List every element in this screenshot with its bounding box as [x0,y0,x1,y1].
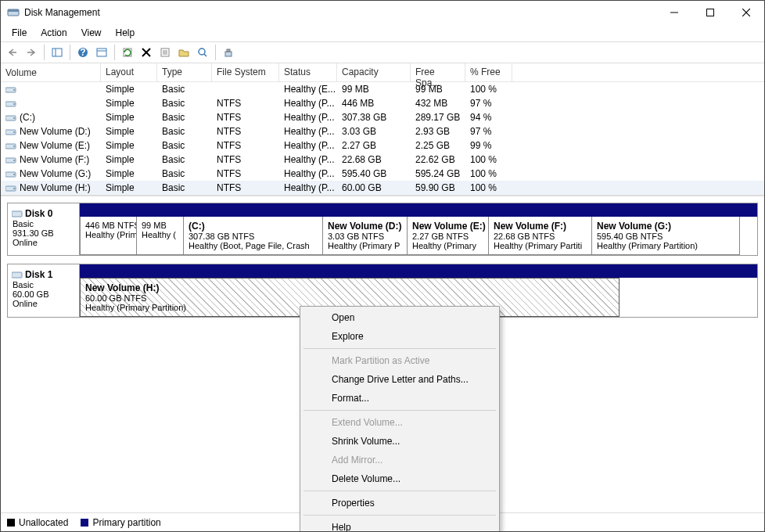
table-header: Volume Layout Type File System Status Ca… [1,63,764,82]
drive-icon [5,170,16,178]
svg-rect-6 [52,49,62,56]
col-volume[interactable]: Volume [1,63,101,81]
legend-unallocated: Unallocated [7,517,68,528]
forward-button[interactable] [23,44,40,61]
cm-extend: Extend Volume... [302,413,497,432]
volume-name: New Volume (D:) [20,126,91,137]
col-capacity[interactable]: Capacity [337,63,411,81]
svg-point-36 [13,174,15,175]
disk-row: Disk 0Basic931.30 GBOnline446 MB NTFSHea… [7,203,758,256]
cm-format[interactable]: Format... [302,389,497,408]
volume-row[interactable]: SimpleBasicNTFSHealthy (P...446 MB432 MB… [1,96,764,110]
drive-icon [5,184,16,192]
svg-rect-10 [97,49,106,56]
volume-row[interactable]: SimpleBasicHealthy (E...99 MB99 MB100 % [1,82,764,96]
cm-shrink[interactable]: Shrink Volume... [302,432,497,451]
col-free[interactable]: Free Spa... [411,63,465,81]
disk-icon [12,270,23,282]
partition-name: New Volume (H:) [85,282,614,293]
menu-view[interactable]: View [75,26,108,40]
svg-line-20 [204,54,207,56]
window-controls [656,1,764,24]
col-percent[interactable]: % Free [465,63,512,81]
context-menu: Open Explore Mark Partition as Active Ch… [300,306,500,532]
partition[interactable]: New Volume (G:)595.40 GB NTFSHealthy (Pr… [591,217,740,255]
svg-text:?: ? [80,47,85,58]
maximize-button[interactable] [692,1,728,24]
volume-row[interactable]: New Volume (F:)SimpleBasicNTFSHealthy (P… [1,153,764,167]
minimize-button[interactable] [656,1,692,24]
cm-properties[interactable]: Properties [302,494,497,512]
titlebar: Disk Management [1,1,764,24]
volume-row[interactable]: New Volume (E:)SimpleBasicNTFSHealthy (P… [1,138,764,153]
back-button[interactable] [4,44,21,61]
cm-delete[interactable]: Delete Volume... [302,469,497,488]
volume-name: New Volume (G:) [20,168,91,179]
partition-name: New Volume (D:) [328,221,402,232]
menu-help[interactable]: Help [110,26,142,40]
close-button[interactable] [728,1,764,24]
partition[interactable]: New Volume (F:)22.68 GB NTFSHealthy (Pri… [488,217,591,255]
cm-explore[interactable]: Explore [302,327,497,346]
svg-rect-3 [707,9,714,16]
cm-help[interactable]: Help [302,518,497,532]
table-body: SimpleBasicHealthy (E...99 MB99 MB100 %S… [1,82,764,195]
drive-icon [5,113,16,121]
volume-row[interactable]: (C:)SimpleBasicNTFSHealthy (P...307.38 G… [1,110,764,124]
svg-rect-21 [225,52,232,56]
volume-name: (C:) [20,112,35,123]
settings-button[interactable] [220,44,237,61]
cm-open[interactable]: Open [302,308,497,327]
disk-name: Disk 0 [25,208,74,219]
partition[interactable]: 99 MBHealthy ( [136,217,183,255]
help-button[interactable]: ? [74,44,92,61]
partition-name: New Volume (F:) [494,221,587,232]
show-console-button[interactable] [48,44,66,61]
search-button[interactable] [194,44,211,61]
svg-rect-39 [12,211,22,217]
disk-icon [12,209,23,221]
partition-name: (C:) [189,221,318,232]
partition-name: New Volume (E:) [412,221,483,232]
col-type[interactable]: Type [157,63,212,81]
partition[interactable]: New Volume (D:)3.03 GB NTFSHealthy (Prim… [322,217,407,255]
partition[interactable]: New Volume (E:)2.27 GB NTFSHealthy (Prim… [407,217,488,255]
properties-button[interactable] [156,44,174,61]
partition[interactable]: (C:)307.38 GB NTFSHealthy (Boot, Page Fi… [183,217,322,255]
window-title: Disk Management [24,7,656,18]
partition[interactable]: 446 MB NTFSHealthy (Prim [80,217,136,255]
view-button[interactable] [93,44,110,61]
drive-icon [5,156,16,164]
volume-row[interactable]: New Volume (G:)SimpleBasicNTFSHealthy (P… [1,167,764,181]
cm-mark-active: Mark Partition as Active [302,351,497,370]
col-status[interactable]: Status [279,63,337,81]
col-layout[interactable]: Layout [101,63,157,81]
refresh-button[interactable] [119,44,136,61]
volume-name: New Volume (F:) [20,154,89,165]
volume-table: Volume Layout Type File System Status Ca… [1,63,764,196]
drive-icon [5,142,16,149]
volume-row[interactable]: New Volume (H:)SimpleBasicNTFSHealthy (P… [1,181,764,195]
open-folder-button[interactable] [175,44,192,61]
legend-primary: Primary partition [81,517,160,528]
svg-point-30 [13,131,15,133]
col-filesystem[interactable]: File System [212,63,279,81]
svg-point-34 [13,160,15,161]
menubar: File Action View Help [1,24,764,41]
delete-button[interactable] [138,44,155,61]
menu-file[interactable]: File [5,26,33,40]
disk-info[interactable]: Disk 1Basic60.00 GBOnline [8,264,80,317]
partition-name: New Volume (G:) [597,221,734,232]
menu-action[interactable]: Action [34,26,73,40]
disk-bar [80,203,757,217]
volume-row[interactable]: New Volume (D:)SimpleBasicNTFSHealthy (P… [1,124,764,138]
svg-rect-1 [8,9,19,12]
volume-name: New Volume (H:) [20,182,91,193]
cm-change-letter[interactable]: Change Drive Letter and Paths... [302,370,497,389]
volume-name: New Volume (E:) [20,140,90,151]
disk-bar [80,264,757,278]
toolbar: ? [1,41,764,63]
disk-info[interactable]: Disk 0Basic931.30 GBOnline [8,203,80,255]
svg-point-24 [13,89,15,91]
svg-rect-22 [227,49,230,52]
